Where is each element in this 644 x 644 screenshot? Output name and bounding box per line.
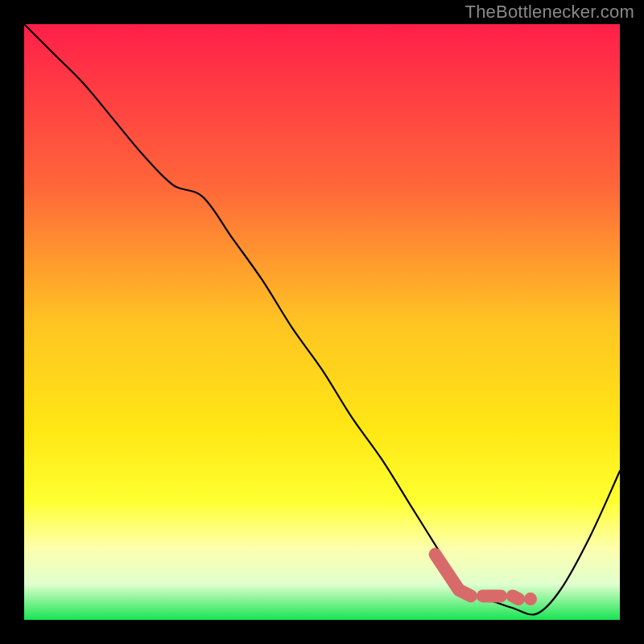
plot-area	[24, 24, 620, 620]
chart-container: TheBottlenecker.com	[0, 0, 644, 644]
bottleneck-curve	[24, 24, 620, 615]
highlight-segment	[513, 596, 518, 599]
watermark-text: TheBottlenecker.com	[465, 2, 634, 23]
highlight-segment	[436, 555, 471, 597]
highlight-markers	[436, 555, 537, 606]
curve-layer	[24, 24, 620, 620]
highlight-dot	[524, 592, 537, 605]
